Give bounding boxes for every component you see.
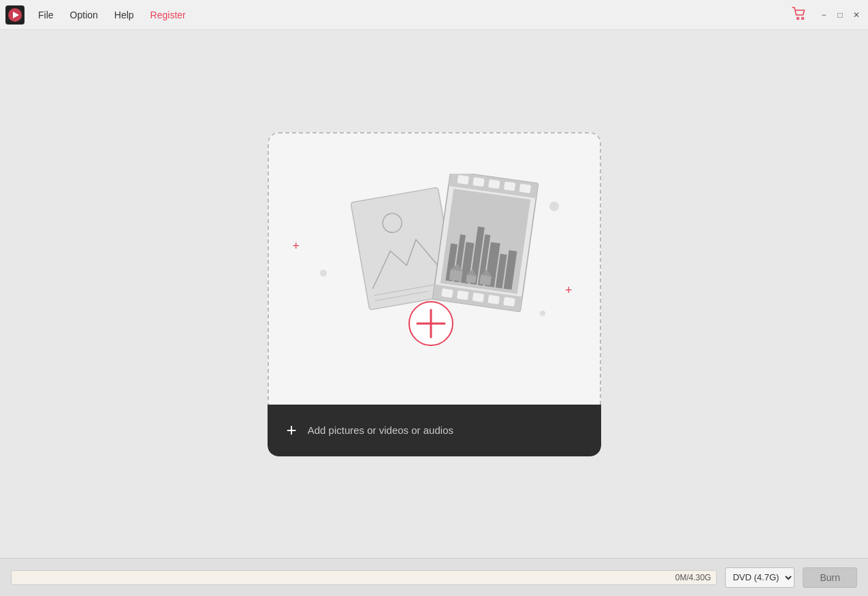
svg-rect-19 [472, 292, 484, 302]
deco-dot-1 [320, 270, 327, 277]
menu-option[interactable]: Option [63, 7, 105, 23]
title-bar: File Option Help Register − □ ✕ [0, 0, 868, 30]
minimize-button[interactable]: − [818, 9, 830, 21]
progress-bar: 0M/4.30G [11, 570, 717, 585]
svg-rect-18 [456, 290, 468, 300]
illustration-svg [325, 174, 543, 364]
svg-rect-14 [503, 181, 515, 191]
menu-register[interactable]: Register [144, 7, 193, 23]
svg-rect-13 [488, 179, 500, 189]
maximize-button[interactable]: □ [834, 9, 846, 21]
menu-file[interactable]: File [31, 7, 61, 23]
window-controls: − □ ✕ [818, 9, 863, 21]
menu-bar: File Option Help Register [31, 7, 792, 23]
svg-rect-33 [466, 275, 476, 283]
svg-rect-15 [519, 183, 531, 193]
add-label: Add pictures or videos or audios [308, 424, 453, 436]
svg-rect-31 [449, 269, 462, 281]
main-content: + + [0, 30, 868, 558]
bottom-bar: 0M/4.30G DVD (4.7G) DVD (8.5G) BD-25 BD-… [0, 558, 868, 596]
cart-icon[interactable] [792, 7, 807, 23]
deco-dot-2 [549, 202, 559, 211]
add-plus-icon: + [287, 420, 297, 441]
deco-dot-3 [540, 311, 545, 316]
progress-label: 0M/4.30G [675, 573, 711, 582]
drop-zone[interactable]: + + [268, 132, 601, 456]
burn-button[interactable]: Burn [803, 567, 857, 588]
close-button[interactable]: ✕ [850, 9, 863, 21]
svg-rect-17 [441, 288, 453, 298]
app-logo [5, 5, 25, 25]
svg-point-4 [802, 17, 804, 19]
dvd-select[interactable]: DVD (4.7G) DVD (8.5G) BD-25 BD-50 [725, 567, 794, 588]
svg-rect-12 [472, 177, 485, 187]
menu-help[interactable]: Help [108, 7, 141, 23]
svg-point-3 [797, 17, 799, 19]
deco-plus-1: + [293, 239, 300, 253]
drop-zone-upper[interactable]: + + [268, 132, 601, 405]
svg-rect-11 [457, 174, 469, 184]
deco-plus-2: + [565, 283, 573, 298]
svg-rect-20 [487, 294, 500, 304]
drop-zone-lower[interactable]: + Add pictures or videos or audios [268, 405, 601, 456]
svg-rect-35 [479, 275, 492, 285]
svg-rect-21 [503, 296, 515, 306]
